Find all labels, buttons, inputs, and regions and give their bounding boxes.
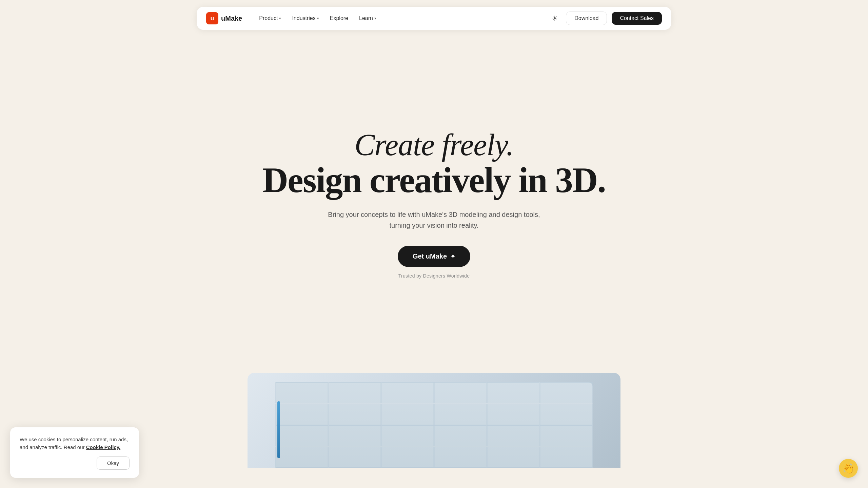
chevron-down-icon: ▾ bbox=[279, 16, 281, 21]
hero-title-main: Design creatively in 3D. bbox=[262, 162, 606, 199]
arrow-icon: ✦ bbox=[450, 253, 455, 260]
cookie-buttons: Okay bbox=[20, 456, 130, 470]
nav-item-explore[interactable]: Explore bbox=[325, 13, 353, 24]
nav-item-product[interactable]: Product ▾ bbox=[254, 13, 286, 24]
grid-cell bbox=[276, 425, 328, 446]
grid-cell bbox=[487, 425, 540, 446]
hero-subtitle: Bring your concepts to life with uMake's… bbox=[319, 209, 549, 231]
grid-cell bbox=[434, 425, 487, 446]
grid-cell bbox=[381, 404, 434, 425]
logo-text: uMake bbox=[221, 15, 242, 22]
grid-cell bbox=[434, 404, 487, 425]
grid-cell bbox=[329, 447, 381, 468]
hero-title-italic: Create freely. bbox=[354, 128, 513, 162]
grid-cell bbox=[381, 382, 434, 403]
grid-cell bbox=[276, 404, 328, 425]
grid-cell bbox=[381, 425, 434, 446]
navbar: u uMake Product ▾ Industries ▾ Explore L… bbox=[197, 7, 671, 30]
grid-cell bbox=[276, 447, 328, 468]
get-umake-label: Get uMake bbox=[413, 252, 447, 260]
grid-cell bbox=[329, 382, 381, 403]
download-button[interactable]: Download bbox=[566, 12, 607, 25]
navbar-right: ☀ Download Contact Sales bbox=[548, 12, 662, 25]
sun-icon: ☀ bbox=[552, 14, 558, 22]
get-umake-button[interactable]: Get uMake ✦ bbox=[398, 246, 470, 267]
grid-cell bbox=[487, 404, 540, 425]
preview-container bbox=[248, 373, 620, 468]
nav-item-industries[interactable]: Industries ▾ bbox=[287, 13, 323, 24]
logo[interactable]: u uMake bbox=[206, 12, 242, 24]
grid-cell bbox=[434, 382, 487, 403]
trusted-text: Trusted by Designers Worldwide bbox=[398, 273, 470, 279]
grid-cell bbox=[487, 382, 540, 403]
nav-item-learn[interactable]: Learn ▾ bbox=[354, 13, 381, 24]
grid-cell bbox=[540, 382, 593, 403]
cookie-banner: We use cookies to personalize content, r… bbox=[10, 427, 139, 478]
wave-icon: 👋 bbox=[843, 463, 854, 474]
grid-cell bbox=[540, 447, 593, 468]
navbar-left: u uMake Product ▾ Industries ▾ Explore L… bbox=[206, 12, 381, 24]
cookie-policy-link[interactable]: Cookie Policy. bbox=[86, 444, 120, 450]
grid-cell bbox=[329, 425, 381, 446]
accent-bar bbox=[277, 401, 280, 458]
grid-cell bbox=[540, 425, 593, 446]
nav-links: Product ▾ Industries ▾ Explore Learn ▾ bbox=[254, 13, 381, 24]
chevron-down-icon: ▾ bbox=[317, 16, 319, 21]
grid-cell bbox=[434, 447, 487, 468]
theme-toggle-button[interactable]: ☀ bbox=[548, 12, 561, 25]
chat-button[interactable]: 👋 bbox=[839, 459, 858, 478]
cookie-text: We use cookies to personalize content, r… bbox=[20, 435, 130, 451]
grid-cell bbox=[540, 404, 593, 425]
grid-cell bbox=[329, 404, 381, 425]
grid-cell bbox=[487, 447, 540, 468]
hero-section: Create freely. Design creatively in 3D. … bbox=[0, 0, 868, 366]
cookie-okay-button[interactable]: Okay bbox=[97, 456, 130, 470]
preview-grid bbox=[276, 382, 593, 468]
grid-cell bbox=[276, 382, 328, 403]
logo-icon: u bbox=[206, 12, 218, 24]
chevron-down-icon: ▾ bbox=[374, 16, 376, 21]
grid-cell bbox=[381, 447, 434, 468]
contact-sales-button[interactable]: Contact Sales bbox=[612, 12, 662, 25]
